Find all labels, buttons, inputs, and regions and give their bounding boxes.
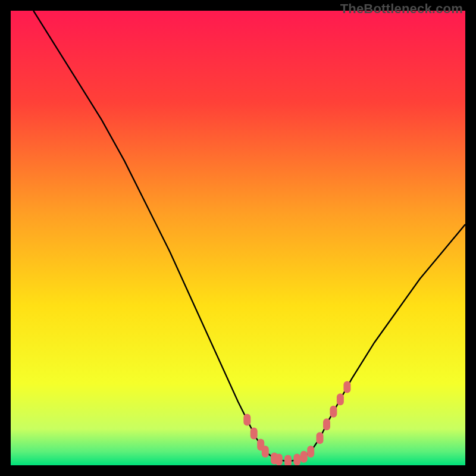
- marker-point: [323, 418, 330, 430]
- marker-point: [330, 406, 337, 418]
- marker-point: [284, 455, 292, 465]
- marker-point: [337, 393, 344, 405]
- marker-point: [317, 432, 324, 444]
- gradient-background: [11, 11, 465, 465]
- bottleneck-chart: [11, 11, 465, 465]
- marker-point: [293, 454, 300, 466]
- chart-frame: [11, 11, 465, 465]
- marker-point: [262, 446, 269, 458]
- marker-point: [300, 451, 308, 463]
- marker-point: [243, 414, 250, 426]
- marker-point: [343, 381, 350, 393]
- watermark-text: TheBottleneck.com: [340, 1, 463, 17]
- marker-point: [275, 454, 283, 466]
- marker-point: [250, 428, 258, 440]
- marker-point: [307, 446, 314, 458]
